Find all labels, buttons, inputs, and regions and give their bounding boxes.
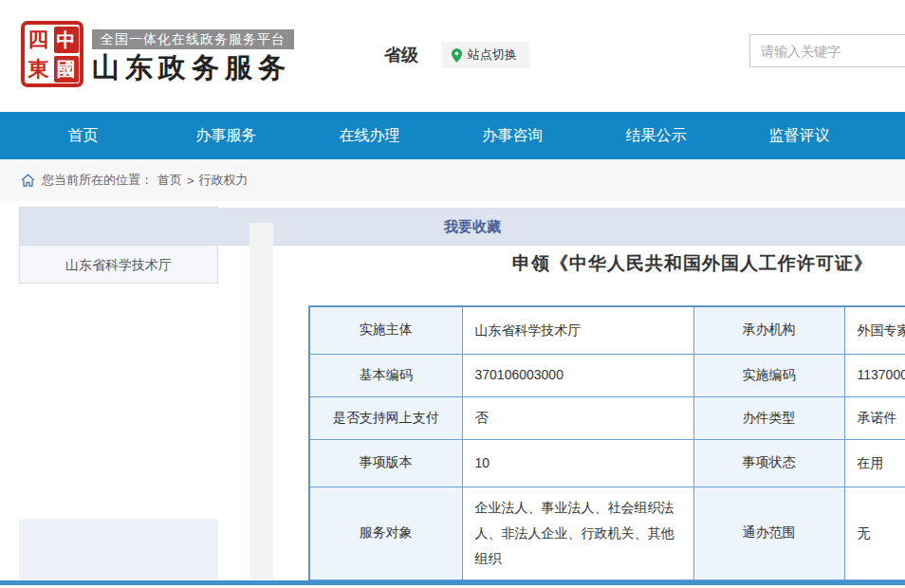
brand-block: 全国一体化在线政务服务平台 山东政务服务 xyxy=(92,29,294,83)
field-value-cell: 无 xyxy=(844,487,905,579)
sidebar-item[interactable]: 山东省科学技术厅 xyxy=(20,246,217,284)
field-label-cell: 承办机构 xyxy=(693,306,844,354)
field-label-cell: 实施编码 xyxy=(693,354,844,396)
location-pin-icon xyxy=(452,48,462,63)
nav-item[interactable]: 办事服务 xyxy=(155,112,298,159)
field-label-cell: 服务对象 xyxy=(309,487,462,579)
nav-item[interactable]: 监督评议 xyxy=(728,112,871,159)
page-title: 申领《中华人民共和国外国人工作许可证》 xyxy=(308,251,905,276)
field-value-cell: 11370000 xyxy=(844,354,905,396)
site-seal-logo: 四 中 東 國 xyxy=(21,21,83,87)
field-value-cell: 山东省科学技术厅 xyxy=(462,306,693,354)
nav-item[interactable]: 结果公示 xyxy=(584,112,728,159)
page: 四 中 東 國 全国一体化在线政务服务平台 山东政务服务 省级 站点切换 首页办… xyxy=(0,0,905,588)
field-label-cell: 基本编码 xyxy=(309,354,462,396)
field-value-cell: 外国专家服 xyxy=(844,306,905,354)
breadcrumb-current: 行政权力 xyxy=(199,172,249,189)
field-label-cell: 事项版本 xyxy=(309,439,462,487)
service-info-table: 实施主体山东省科学技术厅承办机构外国专家服基本编码370106003000实施编… xyxy=(308,305,905,588)
sidebar-menu: 事项类型行政许可所属部门山东省科学技术厅结果公示我要咨询我要投诉我要收藏 xyxy=(19,207,218,284)
table-row: 实施主体山东省科学技术厅承办机构外国专家服 xyxy=(309,306,905,354)
field-value-cell: 企业法人、事业法人、社会组织法人、非法人企业、行政机关、其他组织 xyxy=(462,487,693,579)
main-nav-list: 首页办事服务在线办理办事咨询结果公示监督评议 xyxy=(0,112,905,159)
site-header: 四 中 東 國 全国一体化在线政务服务平台 山东政务服务 省级 站点切换 xyxy=(0,0,905,112)
field-value-cell: 370106003000 xyxy=(462,354,693,396)
content-divider-strip xyxy=(249,223,273,580)
breadcrumb: 您当前所在的位置： 首页 > 行政权力 xyxy=(0,159,905,201)
field-label-cell: 办件类型 xyxy=(693,396,844,439)
seal-char: 國 xyxy=(54,56,79,83)
seal-char: 中 xyxy=(54,27,79,53)
seal-char: 四 xyxy=(28,29,49,50)
seal-char: 東 xyxy=(28,59,49,80)
site-level-label: 省级 xyxy=(384,44,418,66)
field-value-cell: 10 xyxy=(462,439,693,487)
home-icon xyxy=(21,174,35,187)
site-switch-button[interactable]: 站点切换 xyxy=(442,42,529,68)
site-title: 山东政务服务 xyxy=(92,52,294,83)
nav-item[interactable]: 在线办理 xyxy=(298,112,441,159)
table-row: 服务对象企业法人、事业法人、社会组织法人、非法人企业、行政机关、其他组织通办范围… xyxy=(309,487,905,579)
field-label-cell: 实施主体 xyxy=(309,306,462,354)
sidebar-filler xyxy=(19,519,218,580)
service-info-table-body: 实施主体山东省科学技术厅承办机构外国专家服基本编码370106003000实施编… xyxy=(309,306,905,588)
field-value-cell: 在用 xyxy=(844,439,905,487)
main-nav: 首页办事服务在线办理办事咨询结果公示监督评议 xyxy=(0,112,905,159)
table-row: 是否支持网上支付否办件类型承诺件 xyxy=(309,396,905,439)
breadcrumb-separator: > xyxy=(187,174,194,188)
field-label-cell: 通办范围 xyxy=(693,487,844,579)
nav-item[interactable]: 首页 xyxy=(11,112,155,159)
main-content: 申领《中华人民共和国外国人工作许可证》 实施主体山东省科学技术厅承办机构外国专家… xyxy=(308,213,905,588)
breadcrumb-label: 您当前所在的位置： xyxy=(42,172,153,189)
platform-badge: 全国一体化在线政务服务平台 xyxy=(92,29,294,49)
search-input[interactable] xyxy=(749,34,905,67)
field-label-cell: 事项状态 xyxy=(693,439,844,487)
field-label-cell: 是否支持网上支付 xyxy=(309,396,462,439)
table-row: 基本编码370106003000实施编码11370000 xyxy=(309,354,905,396)
table-row: 事项版本10事项状态在用 xyxy=(309,439,905,487)
field-value-cell: 承诺件 xyxy=(844,396,905,439)
field-value-cell: 否 xyxy=(462,396,693,439)
site-switch-label: 站点切换 xyxy=(468,42,517,68)
breadcrumb-home-link[interactable]: 首页 xyxy=(157,172,182,189)
nav-item[interactable]: 办事咨询 xyxy=(441,112,584,159)
